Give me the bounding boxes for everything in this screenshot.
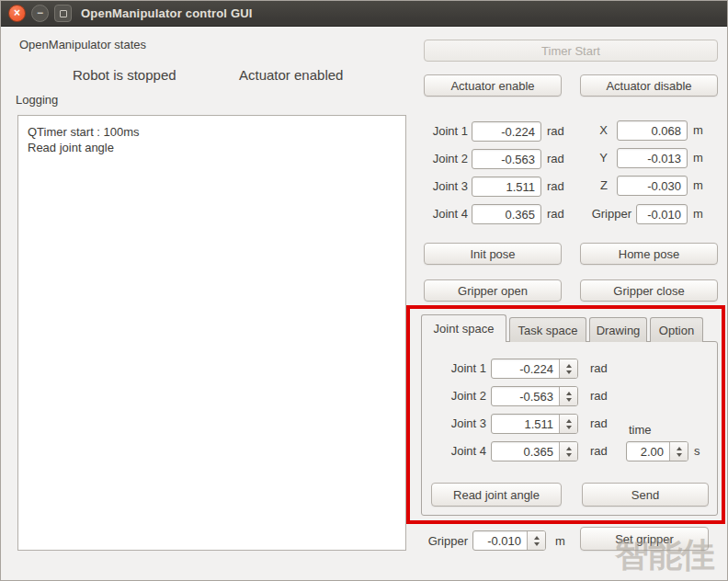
tab-joint2-unit: rad bbox=[590, 389, 608, 403]
logging-label: Logging bbox=[16, 93, 58, 107]
spin-down-icon[interactable] bbox=[566, 453, 572, 457]
gripper-readout-label: Gripper bbox=[516, 207, 631, 221]
tab-option[interactable]: Option bbox=[650, 317, 703, 342]
z-readout[interactable]: -0.030 bbox=[617, 176, 688, 196]
tab-joint2-label: Joint 2 bbox=[424, 389, 486, 403]
joint1-readout[interactable]: -0.224 bbox=[472, 121, 541, 142]
maximize-icon bbox=[60, 10, 67, 17]
spin-down-icon[interactable] bbox=[566, 426, 572, 429]
init-pose-button[interactable]: Init pose bbox=[424, 243, 562, 265]
gripper-spinbox-value: -0.010 bbox=[473, 531, 527, 550]
home-pose-button[interactable]: Home pose bbox=[580, 243, 718, 265]
tab-joint2-spinbox-value: -0.563 bbox=[492, 387, 559, 405]
time-unit: s bbox=[694, 444, 700, 458]
app-window: × − OpenManipulator control GUI OpenMani… bbox=[0, 0, 728, 581]
spin-up-icon[interactable] bbox=[566, 419, 572, 423]
x-readout-label: X bbox=[552, 123, 608, 137]
spin-down-icon[interactable] bbox=[566, 370, 572, 374]
y-readout[interactable]: -0.013 bbox=[617, 148, 688, 168]
spin-up-icon[interactable] bbox=[566, 447, 572, 450]
tab-joint4-spinbox-value: 0.365 bbox=[492, 442, 559, 461]
actuator-disable-button[interactable]: Actuator disable bbox=[580, 74, 718, 97]
log-output[interactable]: QTimer start : 100ms Read joint angle bbox=[17, 115, 406, 551]
close-icon: × bbox=[14, 7, 20, 18]
log-line: Read joint angle bbox=[28, 140, 396, 155]
spin-arrows[interactable] bbox=[527, 531, 545, 550]
minimize-button[interactable]: − bbox=[31, 5, 49, 22]
timer-start-button[interactable]: Timer Start bbox=[424, 40, 718, 62]
z-readout-unit: m bbox=[693, 178, 703, 192]
maximize-button[interactable] bbox=[54, 5, 72, 22]
spin-arrows[interactable] bbox=[559, 442, 577, 461]
spin-down-icon[interactable] bbox=[677, 453, 682, 457]
read-joint-angle-button[interactable]: Read joint angle bbox=[431, 483, 562, 507]
spin-arrows[interactable] bbox=[559, 359, 577, 378]
tab-joint4-label: Joint 4 bbox=[424, 444, 486, 458]
tab-bar: Joint space Task space Drawing Option bbox=[421, 314, 703, 342]
window-title: OpenManipulator control GUI bbox=[81, 6, 253, 20]
spin-arrows[interactable] bbox=[559, 387, 577, 405]
set-gripper-button[interactable]: Set gripper bbox=[580, 527, 709, 551]
joint3-readout-label: Joint 3 bbox=[405, 179, 468, 193]
states-section-label: OpenManipulator states bbox=[19, 38, 146, 51]
spin-arrows[interactable] bbox=[669, 442, 688, 461]
joint4-readout-label: Joint 4 bbox=[405, 207, 468, 221]
tab-task-space[interactable]: Task space bbox=[509, 317, 586, 342]
joint2-readout[interactable]: -0.563 bbox=[472, 149, 541, 169]
x-readout-value: 0.068 bbox=[651, 124, 681, 138]
titlebar: × − OpenManipulator control GUI bbox=[1, 1, 727, 27]
gripper-control-label: Gripper bbox=[405, 534, 468, 548]
spin-arrows[interactable] bbox=[559, 415, 577, 433]
joint3-readout[interactable]: 1.511 bbox=[472, 177, 541, 197]
gripper-close-button[interactable]: Gripper close bbox=[580, 279, 718, 302]
log-line: QTimer start : 100ms bbox=[28, 124, 396, 140]
tab-joint3-spinbox-value: 1.511 bbox=[492, 415, 559, 433]
spin-up-icon[interactable] bbox=[677, 447, 682, 450]
gripper-readout[interactable]: -0.010 bbox=[636, 204, 688, 224]
time-label: time bbox=[629, 423, 652, 437]
joint2-readout-value: -0.563 bbox=[501, 153, 535, 166]
gripper-control-unit: m bbox=[555, 534, 565, 548]
gripper-open-button[interactable]: Gripper open bbox=[424, 279, 562, 302]
tab-joint3-unit: rad bbox=[590, 416, 608, 430]
time-spinbox[interactable]: 2.00 bbox=[626, 441, 688, 461]
tab-joint3-label: Joint 3 bbox=[424, 416, 486, 430]
tab-joint3-spinbox[interactable]: 1.511 bbox=[491, 414, 578, 434]
robot-state-label: Robot is stopped bbox=[73, 67, 176, 83]
tab-joint-space[interactable]: Joint space bbox=[421, 314, 506, 342]
actuator-enable-button[interactable]: Actuator enable bbox=[424, 74, 562, 97]
tab-joint1-unit: rad bbox=[590, 361, 608, 375]
y-readout-value: -0.013 bbox=[647, 152, 681, 165]
joint2-readout-label: Joint 2 bbox=[405, 152, 468, 165]
y-readout-unit: m bbox=[693, 151, 703, 165]
x-readout-unit: m bbox=[693, 123, 703, 137]
z-readout-value: -0.030 bbox=[647, 179, 681, 193]
spin-down-icon[interactable] bbox=[534, 542, 540, 546]
send-button[interactable]: Send bbox=[582, 483, 709, 507]
joint1-readout-value: -0.224 bbox=[501, 125, 535, 139]
spin-up-icon[interactable] bbox=[534, 536, 540, 540]
tab-drawing[interactable]: Drawing bbox=[589, 317, 647, 342]
spin-down-icon[interactable] bbox=[566, 398, 572, 402]
z-readout-label: Z bbox=[552, 178, 608, 192]
tab-joint2-spinbox[interactable]: -0.563 bbox=[491, 386, 578, 406]
x-readout[interactable]: 0.068 bbox=[617, 120, 688, 141]
time-spinbox-value: 2.00 bbox=[627, 442, 669, 461]
minimize-icon: − bbox=[37, 7, 43, 18]
gripper-readout-unit: m bbox=[693, 207, 703, 221]
gripper-readout-value: -0.010 bbox=[647, 208, 681, 222]
tab-joint1-spinbox-value: -0.224 bbox=[492, 359, 559, 378]
gripper-spinbox[interactable]: -0.010 bbox=[472, 530, 546, 551]
spin-up-icon[interactable] bbox=[566, 392, 572, 395]
tab-joint4-unit: rad bbox=[590, 444, 608, 458]
spin-up-icon[interactable] bbox=[566, 364, 572, 368]
tab-joint1-label: Joint 1 bbox=[424, 361, 486, 375]
joint1-readout-label: Joint 1 bbox=[405, 124, 468, 138]
tab-joint4-spinbox[interactable]: 0.365 bbox=[491, 441, 578, 461]
close-button[interactable]: × bbox=[8, 5, 26, 22]
actuator-state-label: Actuator enabled bbox=[239, 67, 343, 83]
joint3-readout-value: 1.511 bbox=[506, 180, 535, 194]
tab-joint1-spinbox[interactable]: -0.224 bbox=[491, 359, 578, 379]
y-readout-label: Y bbox=[552, 151, 608, 165]
